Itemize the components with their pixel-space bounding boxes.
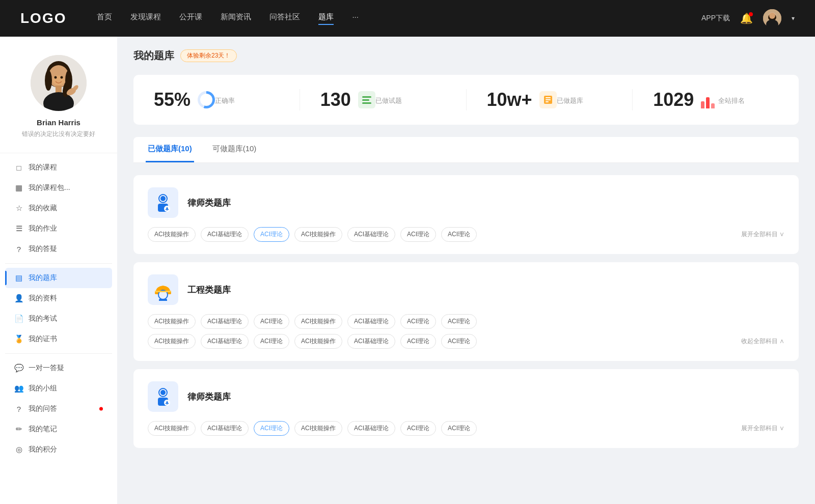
tag-1b-1[interactable]: ACI基础理论 — [201, 334, 249, 349]
tag-1b-5[interactable]: ACI理论 — [400, 334, 436, 349]
page-header: 我的题库 体验剩余23天！ — [133, 49, 799, 63]
sidebar-avatar-img — [31, 55, 87, 111]
sidebar-item-label: 我的问答 — [29, 404, 57, 413]
sidebar-item-one-on-one[interactable]: 💬 一对一答疑 — [5, 358, 112, 378]
tag-1b-0[interactable]: ACI技能操作 — [148, 334, 196, 349]
user-dropdown-icon[interactable]: ▾ — [792, 15, 795, 22]
quiz-card-header-1: 工程类题库 — [148, 274, 784, 305]
sidebar-item-label: 我的收藏 — [29, 204, 57, 213]
notification-bell[interactable]: 🔔 — [740, 12, 753, 24]
tag-2-1[interactable]: ACI基础理论 — [201, 421, 249, 436]
tag-2-6[interactable]: ACI理论 — [441, 421, 477, 436]
nav-link-open-course[interactable]: 公开课 — [179, 12, 202, 25]
sidebar-item-course-package[interactable]: ▦ 我的课程包... — [5, 178, 112, 198]
sidebar-item-label: 我的笔记 — [29, 425, 57, 434]
tag-1a-1[interactable]: ACI基础理论 — [201, 314, 249, 329]
sidebar-menu: □ 我的课程 ▦ 我的课程包... ☆ 我的收藏 ☰ 我的作业 ? 我的答疑 ▤ — [0, 157, 117, 460]
sidebar-item-group[interactable]: 👥 我的小组 — [5, 378, 112, 399]
tag-2-4[interactable]: ACI基础理论 — [347, 421, 395, 436]
tag-0-1[interactable]: ACI基础理论 — [201, 227, 249, 242]
sidebar-item-certificate[interactable]: 🏅 我的证书 — [5, 329, 112, 349]
sidebar: Brian Harris 错误的决定比没有决定要好 □ 我的课程 ▦ 我的课程包… — [0, 37, 117, 504]
collapse-link-1[interactable]: 收起全部科目 ∧ — [741, 337, 784, 346]
sidebar-divider-3 — [5, 353, 112, 354]
homework-icon: ☰ — [14, 224, 23, 233]
sidebar-item-my-qa[interactable]: ? 我的问答 — [5, 399, 112, 419]
stat-accuracy-group: 正确率 — [215, 94, 235, 105]
tag-1a-2[interactable]: ACI理论 — [254, 314, 289, 329]
list-line-1 — [362, 96, 371, 98]
tag-0-6[interactable]: ACI理论 — [441, 227, 477, 242]
tab-done[interactable]: 已做题库(10) — [146, 137, 194, 162]
chart-bar-2 — [706, 97, 710, 108]
sidebar-item-notes[interactable]: ✏ 我的笔记 — [5, 419, 112, 439]
sidebar-item-quiz-bank[interactable]: ▤ 我的题库 — [5, 268, 112, 288]
nav-link-news[interactable]: 新闻资讯 — [221, 12, 251, 25]
user-motto: 错误的决定比没有决定要好 — [22, 130, 95, 138]
app-download-button[interactable]: APP下载 — [701, 14, 730, 23]
trial-badge: 体验剩余23天！ — [180, 49, 237, 62]
nav-link-home[interactable]: 首页 — [97, 12, 112, 25]
sidebar-item-my-course[interactable]: □ 我的课程 — [5, 157, 112, 178]
sidebar-item-label: 我的资料 — [29, 294, 57, 303]
quiz-card-0: 律师类题库 ACI技能操作 ACI基础理论 ACI理论 ACI技能操作 ACI基… — [133, 175, 799, 254]
tag-1a-6[interactable]: ACI理论 — [441, 314, 477, 329]
tag-1b-3[interactable]: ACI技能操作 — [294, 334, 342, 349]
nav-logo[interactable]: LOGO — [20, 10, 66, 26]
stat-site-rank: 1029 全站排名 — [633, 89, 799, 110]
main-layout: Brian Harris 错误的决定比没有决定要好 □ 我的课程 ▦ 我的课程包… — [0, 37, 815, 504]
sidebar-item-homework[interactable]: ☰ 我的作业 — [5, 218, 112, 239]
sidebar-item-qa[interactable]: ? 我的答疑 — [5, 239, 112, 259]
tag-1b-2[interactable]: ACI理论 — [254, 334, 289, 349]
tag-2-3[interactable]: ACI技能操作 — [294, 421, 342, 436]
expand-link-2[interactable]: 展开全部科目 ∨ — [741, 424, 784, 433]
tag-1a-4[interactable]: ACI基础理论 — [347, 314, 395, 329]
sidebar-profile: Brian Harris 错误的决定比没有决定要好 — [0, 37, 117, 149]
svg-point-14 — [55, 76, 57, 79]
qa-notification-dot — [99, 407, 103, 411]
sidebar-item-exam[interactable]: 📄 我的考试 — [5, 309, 112, 329]
tag-2-0[interactable]: ACI技能操作 — [148, 421, 196, 436]
tag-0-5[interactable]: ACI理论 — [400, 227, 436, 242]
tag-1a-3[interactable]: ACI技能操作 — [294, 314, 342, 329]
group-icon: 👥 — [14, 384, 23, 393]
list-lines — [362, 96, 371, 104]
nav-link-qa[interactable]: 问答社区 — [269, 12, 300, 25]
stat-done-questions-value: 130 — [320, 89, 351, 110]
avatar[interactable] — [763, 9, 781, 27]
stat-done-banks: 10w+ 已做题库 — [467, 89, 633, 110]
sidebar-item-label: 我的课程 — [29, 163, 57, 172]
nav-link-quiz[interactable]: 题库 — [318, 12, 334, 25]
svg-point-15 — [61, 76, 63, 79]
book-svg — [543, 95, 553, 105]
notification-dot — [749, 12, 753, 16]
tag-2-2[interactable]: ACI理论 — [254, 421, 289, 436]
sidebar-item-points[interactable]: ◎ 我的积分 — [5, 439, 112, 460]
tag-2-5[interactable]: ACI理论 — [400, 421, 436, 436]
stats-row: 55% 正确率 130 已做试题 — [133, 75, 799, 125]
user-name: Brian Harris — [37, 118, 80, 127]
nav-link-discover[interactable]: 发现课程 — [130, 12, 161, 25]
certificate-icon: 🏅 — [14, 334, 23, 344]
tab-available[interactable]: 可做题库(10) — [210, 137, 259, 162]
tag-0-3[interactable]: ACI技能操作 — [294, 227, 342, 242]
svg-rect-21 — [546, 101, 549, 102]
tag-0-2[interactable]: ACI理论 — [254, 227, 289, 242]
notes-icon: ✏ — [14, 425, 23, 434]
tag-1b-6[interactable]: ACI理论 — [441, 334, 477, 349]
tag-0-0[interactable]: ACI技能操作 — [148, 227, 196, 242]
svg-point-35 — [160, 390, 166, 395]
sidebar-item-favorites[interactable]: ☆ 我的收藏 — [5, 198, 112, 218]
svg-rect-19 — [546, 97, 551, 98]
expand-link-0[interactable]: 展开全部科目 ∨ — [741, 230, 784, 239]
tag-1b-4[interactable]: ACI基础理论 — [347, 334, 395, 349]
tag-0-4[interactable]: ACI基础理论 — [347, 227, 395, 242]
nav-right: APP下载 🔔 ▾ — [701, 9, 795, 27]
svg-point-3 — [769, 13, 775, 19]
tag-1a-0[interactable]: ACI技能操作 — [148, 314, 196, 329]
svg-rect-20 — [546, 99, 551, 100]
sidebar-item-profile[interactable]: 👤 我的资料 — [5, 288, 112, 309]
nav-link-more[interactable]: ··· — [352, 12, 359, 25]
tag-1a-5[interactable]: ACI理论 — [400, 314, 436, 329]
pie-inner — [200, 94, 212, 106]
